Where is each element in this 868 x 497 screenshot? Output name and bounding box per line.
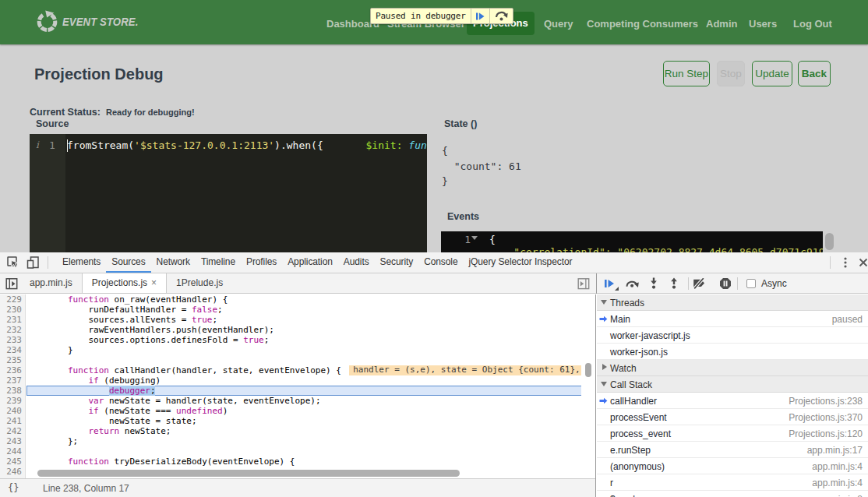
gutter-line-number[interactable]: 234 bbox=[0, 345, 22, 355]
device-toolbar-icon[interactable] bbox=[26, 256, 39, 269]
file-tab-close-icon[interactable]: × bbox=[151, 277, 157, 288]
run-step-button[interactable]: Run Step bbox=[663, 61, 710, 86]
sources-editor-pane: 2292302312322332342352362372382392402412… bbox=[0, 294, 596, 497]
nav-users[interactable]: Users bbox=[749, 18, 777, 30]
gutter-line-number[interactable]: 243 bbox=[0, 436, 22, 446]
inspect-element-icon[interactable] bbox=[7, 256, 20, 270]
gutter-line-number[interactable]: 242 bbox=[0, 426, 22, 436]
file-tab-app-min-js[interactable]: app.min.js bbox=[20, 273, 82, 293]
step-out-icon[interactable] bbox=[669, 277, 679, 290]
tab-profiles[interactable]: Profiles bbox=[241, 252, 282, 273]
resume-script-icon[interactable] bbox=[604, 278, 616, 289]
code-token bbox=[26, 386, 109, 396]
pause-on-exceptions-icon[interactable] bbox=[719, 277, 732, 290]
fold-arrow-icon[interactable] bbox=[471, 236, 478, 240]
back-button[interactable]: Back bbox=[798, 61, 831, 86]
devtools-tabs: Elements Sources Network Timeline Profil… bbox=[57, 252, 577, 273]
tab-security[interactable]: Security bbox=[375, 252, 419, 273]
call-stack-row-processevent[interactable]: processEvent Projections.js:370 bbox=[597, 409, 868, 425]
code-token bbox=[26, 294, 68, 305]
editor-horizontal-scrollbar-thumb[interactable] bbox=[37, 470, 460, 477]
nav-competing-consumers[interactable]: Competing Consumers bbox=[587, 18, 698, 30]
gutter-line-number[interactable]: 231 bbox=[0, 315, 22, 325]
editor-line-number-gutter[interactable]: 2292302312322332342352362372382392402412… bbox=[0, 294, 26, 478]
gutter-line-number[interactable]: 232 bbox=[0, 325, 22, 335]
code-token: newState = state; bbox=[26, 416, 197, 426]
devtools-menu-icon[interactable] bbox=[839, 256, 852, 269]
call-stack-row-erunstep[interactable]: e.runStep app.min.js:17 bbox=[597, 442, 868, 458]
tab-jquery-selector-inspector[interactable]: jQuery Selector Inspector bbox=[463, 252, 577, 273]
gutter-line-number[interactable]: 236 bbox=[0, 365, 22, 375]
gutter-line-number[interactable]: 238 bbox=[0, 386, 22, 396]
gutter-line-number[interactable]: 240 bbox=[0, 406, 22, 416]
state-json: { "count": 61 } bbox=[442, 143, 521, 189]
step-into-icon[interactable] bbox=[649, 277, 658, 290]
gutter-line-number[interactable]: 246 bbox=[0, 467, 22, 477]
gutter-line-number[interactable]: 235 bbox=[0, 355, 22, 365]
devtools-close-icon[interactable] bbox=[857, 256, 868, 269]
gutter-line-number[interactable]: 239 bbox=[0, 396, 22, 406]
source-token: ).when({ bbox=[274, 139, 365, 151]
overlay-resume-button[interactable] bbox=[471, 9, 489, 23]
gutter-line-number[interactable]: 244 bbox=[0, 446, 22, 456]
call-stack-row-r[interactable]: r app.min.js:4 bbox=[597, 474, 868, 491]
devtools-panel: Elements Sources Network Timeline Profil… bbox=[0, 252, 868, 497]
tab-console[interactable]: Console bbox=[418, 252, 463, 273]
gutter-line-number[interactable]: 230 bbox=[0, 305, 22, 315]
async-checkbox[interactable] bbox=[746, 279, 756, 288]
call-stack-row-callhandler[interactable]: callHandler Projections.js:238 bbox=[597, 393, 868, 409]
code-token: runDefaultHandler = bbox=[26, 305, 192, 315]
event-store-logo-icon bbox=[36, 10, 58, 33]
nav-log-out[interactable]: Log Out bbox=[793, 18, 832, 30]
show-navigator-icon[interactable] bbox=[5, 277, 18, 290]
frame-location: Projections.js:120 bbox=[789, 428, 863, 439]
event-store-logo[interactable]: EVENT STORE. bbox=[36, 10, 152, 33]
gutter-line-number[interactable]: 233 bbox=[0, 335, 22, 345]
file-tab-projections-js[interactable]: Projections.js× bbox=[82, 273, 167, 293]
editor-vertical-scrollbar-thumb[interactable] bbox=[585, 363, 591, 377]
thread-row-main[interactable]: Main paused bbox=[597, 311, 868, 327]
nav-admin[interactable]: Admin bbox=[706, 18, 737, 30]
pretty-print-icon[interactable]: {} bbox=[8, 482, 19, 493]
call-stack-row-process-event[interactable]: process_event Projections.js:120 bbox=[597, 425, 868, 442]
frame-location: app.min.js:17 bbox=[807, 445, 863, 456]
tab-sources[interactable]: Sources bbox=[106, 252, 150, 273]
tab-application[interactable]: Application bbox=[282, 252, 338, 273]
tab-network[interactable]: Network bbox=[151, 252, 196, 273]
gutter-line-number[interactable]: 245 bbox=[0, 456, 22, 467]
thread-row-worker-javascript[interactable]: worker-javascript.js bbox=[597, 327, 868, 344]
code-token: ) bbox=[223, 406, 228, 416]
code-line: rawEventHandlers.push(eventHandler); bbox=[26, 325, 274, 335]
source-code-editor[interactable]: i 1 fromStream('$stats-127.0.0.1:2113').… bbox=[30, 134, 427, 252]
code-token: undefined bbox=[176, 406, 223, 416]
nav-query[interactable]: Query bbox=[544, 18, 573, 30]
events-editor[interactable]: 1 { "correlationId": "06202702-8827-4d64… bbox=[441, 231, 823, 252]
gutter-line-number[interactable]: 237 bbox=[0, 375, 22, 386]
debugger-sidebar: Threads Main paused worker-javascript.js… bbox=[597, 294, 868, 497]
call-stack-section-header[interactable]: Call Stack bbox=[597, 376, 868, 393]
current-status-label: Current Status: bbox=[30, 107, 101, 118]
call-stack-row-anonymous[interactable]: (anonymous) app.min.js:4 bbox=[597, 458, 868, 474]
editor-code-area[interactable]: function on_raw(eventHandler) { runDefau… bbox=[26, 294, 581, 478]
tab-elements[interactable]: Elements bbox=[57, 252, 106, 273]
show-sidebar-icon[interactable] bbox=[577, 277, 590, 290]
gutter-line-number[interactable]: 229 bbox=[0, 294, 22, 305]
gutter-line-number[interactable]: 241 bbox=[0, 416, 22, 426]
tab-timeline[interactable]: Timeline bbox=[196, 252, 241, 273]
code-token bbox=[26, 375, 88, 386]
call-stack-row-each[interactable]: $.each app.min.js:8 bbox=[597, 491, 868, 497]
tab-audits[interactable]: Audits bbox=[338, 252, 375, 273]
screen: EVENT STORE. Dashboard Stream Browser Pr… bbox=[0, 0, 868, 497]
code-line: var newState = handler(state, eventEnvel… bbox=[26, 396, 321, 406]
file-tab-1prelude-js[interactable]: 1Prelude.js bbox=[167, 273, 232, 293]
threads-section-header[interactable]: Threads bbox=[597, 294, 868, 311]
events-line-1: { bbox=[489, 234, 496, 245]
watch-section-header[interactable]: Watch bbox=[597, 360, 868, 376]
events-scrollbar-thumb[interactable] bbox=[825, 233, 834, 250]
overlay-step-over-button[interactable] bbox=[489, 9, 513, 23]
deactivate-breakpoints-icon[interactable] bbox=[693, 278, 707, 289]
thread-row-worker-json[interactable]: worker-json.js bbox=[597, 344, 868, 360]
code-line: debugger; bbox=[26, 386, 156, 396]
update-button[interactable]: Update bbox=[752, 61, 792, 86]
step-over-icon-dt[interactable] bbox=[626, 279, 639, 289]
